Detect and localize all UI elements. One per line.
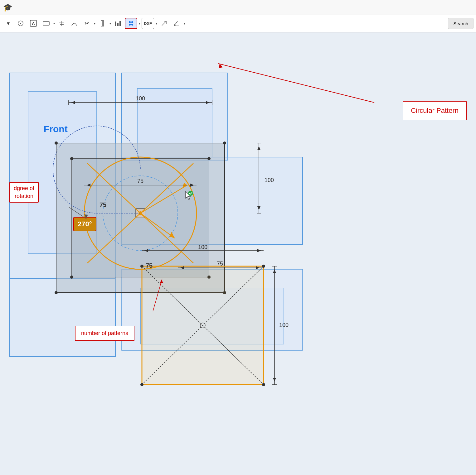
svg-text:100: 100 [136,95,145,102]
svg-rect-8 [115,22,116,26]
degree-rotation-annotation: dgree of rotation [9,182,39,203]
svg-text:100: 100 [198,244,207,250]
dxf-tool-btn[interactable]: DXF [142,18,154,29]
svg-point-13 [129,24,131,26]
degree-badge: 270° [73,217,96,231]
svg-point-33 [223,142,226,145]
scissors-chevron: ▾ [94,22,95,25]
pattern-chevron: ▾ [139,22,140,25]
svg-marker-71 [273,378,276,381]
pipe-chevron: ▾ [109,22,111,25]
svg-rect-9 [117,23,119,26]
svg-point-11 [129,21,131,23]
svg-point-30 [70,276,73,279]
svg-point-14 [131,24,133,26]
svg-text:100: 100 [279,322,289,328]
svg-rect-4 [43,22,49,25]
arrow-tool-btn[interactable] [158,18,170,29]
svg-point-12 [131,21,133,23]
svg-text:75: 75 [146,262,153,269]
front-label: Front [44,124,68,134]
logo-icon: 🎓 [3,3,12,12]
pattern-tool-btn[interactable] [125,18,137,29]
dropdown-arrow-btn[interactable]: ▾ [2,18,14,29]
circular-pattern-annotation: Circular Pattern [403,101,467,120]
svg-text:75: 75 [100,201,106,208]
svg-line-17 [174,21,177,26]
arc-tool-btn[interactable] [69,18,80,29]
text-tool-btn[interactable]: A [27,18,39,29]
pipe-tool-btn[interactable] [97,18,108,29]
svg-text:75: 75 [137,178,143,184]
svg-text:100: 100 [265,177,274,183]
svg-point-32 [55,142,58,145]
angle-chevron: ▾ [184,22,185,25]
svg-marker-62 [257,146,260,150]
dxf-chevron: ▾ [156,22,157,25]
svg-point-28 [70,157,73,160]
bar-tool-btn[interactable] [112,18,124,29]
rect-chevron: ▾ [53,22,55,25]
svg-rect-10 [119,21,121,26]
circle-dot-btn[interactable] [15,18,26,29]
number-of-patterns-annotation: number of patterns [75,326,134,341]
search-button[interactable]: Search [448,18,474,29]
svg-point-34 [55,291,58,294]
scissors-btn[interactable]: ✂ [81,18,92,29]
svg-point-29 [207,157,211,160]
rectangle-tool-btn[interactable] [41,18,52,29]
canvas-area: 100 100 100 100 75 75 75 75 Front 270° d… [0,32,476,475]
svg-point-79 [188,191,193,196]
drawing-svg: 100 100 100 100 75 75 75 75 Front [0,32,476,475]
align-tool-btn[interactable] [56,18,67,29]
toolbar: ▾ A ▾ ✂ ▾ ▾ [0,15,476,32]
svg-line-15 [162,21,166,26]
svg-point-1 [20,23,21,24]
angle-tool-btn[interactable] [171,18,182,29]
header-bar: 🎓 [0,0,476,15]
svg-text:75: 75 [217,261,223,267]
svg-marker-66 [257,249,261,252]
svg-text:A: A [32,21,35,26]
